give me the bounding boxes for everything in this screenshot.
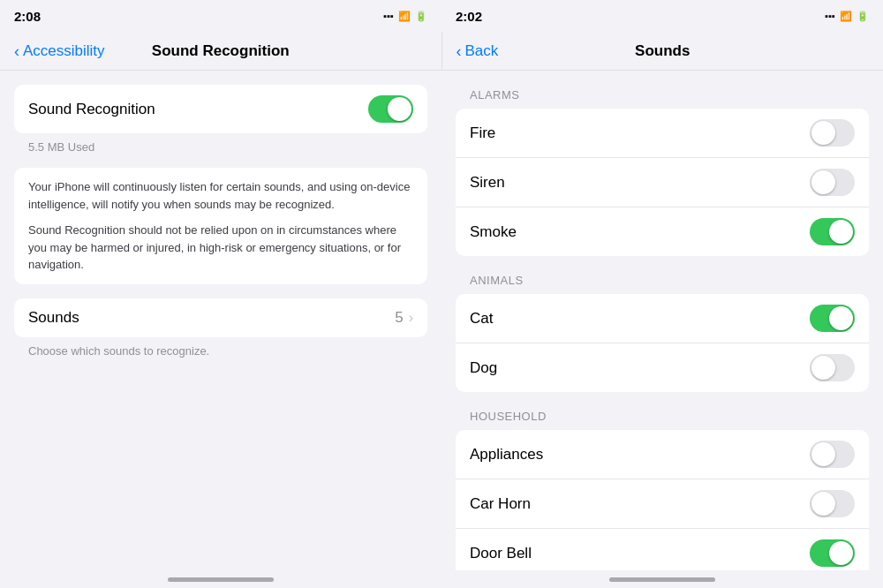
right-battery-icon: 🔋 [857, 11, 869, 22]
alarms-section-header: ALARMS [442, 71, 883, 109]
status-bars: 2:08 ▪▪▪ 📶 🔋 2:02 ▪▪▪ 📶 🔋 [0, 0, 883, 32]
main-content: Sound Recognition 5.5 MB Used Your iPhon… [0, 71, 883, 570]
fire-row: Fire [456, 109, 869, 158]
dog-row: Dog [456, 343, 869, 392]
toggle-slider-on [368, 95, 413, 123]
right-nav-bar: ‹ Back Sounds [442, 32, 884, 71]
sounds-label: Sounds [28, 309, 79, 327]
storage-info: 5.5 MB Used [0, 133, 442, 161]
back-label-right: Back [465, 42, 499, 60]
car-horn-label: Car Horn [470, 495, 531, 513]
right-nav-title: Sounds [635, 42, 690, 60]
household-section-header: HOUSEHOLD [442, 392, 883, 430]
chevron-left-icon: ‹ [14, 42, 19, 61]
right-wifi-icon: 📶 [840, 11, 852, 22]
right-status-icons: ▪▪▪ 📶 🔋 [825, 11, 869, 22]
car-horn-toggle[interactable] [810, 490, 855, 517]
siren-label: Siren [470, 174, 505, 192]
signal-icon: ▪▪▪ [383, 11, 394, 21]
battery-icon: 🔋 [415, 11, 427, 22]
door-bell-label: Door Bell [470, 545, 532, 562]
right-status-bar: 2:02 ▪▪▪ 📶 🔋 [442, 0, 883, 32]
back-button-left[interactable]: ‹ Accessibility [14, 42, 105, 61]
right-signal-icon: ▪▪▪ [825, 11, 835, 21]
appliances-toggle[interactable] [810, 441, 855, 468]
wifi-icon: 📶 [398, 11, 411, 22]
right-home-indicator [442, 570, 883, 588]
cat-label: Cat [470, 310, 493, 328]
dog-toggle[interactable] [810, 354, 855, 381]
description-block: Your iPhone will continuously listen for… [14, 168, 427, 284]
sounds-count: 5 [395, 309, 403, 327]
description-first: Your iPhone will continuously listen for… [28, 178, 413, 213]
smoke-row: Smoke [456, 207, 869, 256]
sound-recognition-toggle[interactable] [368, 95, 413, 123]
door-bell-row: Door Bell [456, 529, 869, 570]
storage-text: 5.5 MB Used [28, 140, 94, 154]
description-second: Sound Recognition should not be relied u… [28, 222, 413, 274]
sounds-row[interactable]: Sounds 5 › [14, 298, 427, 337]
siren-row: Siren [456, 158, 869, 207]
sounds-row-right: 5 › [395, 309, 413, 327]
back-button-right[interactable]: ‹ Back [457, 42, 499, 61]
animals-group: Cat Dog [456, 294, 869, 392]
smoke-toggle[interactable] [810, 218, 855, 245]
sounds-section: Sounds 5 › [14, 298, 427, 337]
chevron-right-icon: ‹ [457, 42, 462, 61]
right-time: 2:02 [456, 9, 482, 24]
car-horn-row: Car Horn [456, 479, 869, 529]
fire-toggle-slider [810, 119, 855, 147]
bottom-indicators [0, 570, 883, 588]
smoke-toggle-slider [810, 218, 855, 245]
left-status-bar: 2:08 ▪▪▪ 📶 🔋 [0, 0, 442, 32]
alarms-group: Fire Siren Smoke [456, 109, 869, 256]
dog-label: Dog [470, 359, 497, 377]
car-horn-toggle-slider [810, 490, 855, 517]
appliances-toggle-slider [810, 441, 855, 468]
fire-label: Fire [470, 124, 495, 142]
siren-toggle-slider [810, 169, 855, 196]
left-status-icons: ▪▪▪ 📶 🔋 [383, 11, 427, 22]
left-panel: Sound Recognition 5.5 MB Used Your iPhon… [0, 71, 442, 570]
sound-recognition-label: Sound Recognition [28, 101, 155, 118]
left-nav-title: Sound Recognition [152, 42, 290, 60]
animals-section-header: ANIMALS [442, 256, 883, 294]
sounds-description: Choose which sounds to recognize. [0, 337, 442, 358]
fire-toggle[interactable] [810, 119, 855, 147]
siren-toggle[interactable] [810, 169, 855, 196]
smoke-label: Smoke [470, 223, 517, 241]
appliances-label: Appliances [470, 446, 543, 464]
sounds-row-left: Sounds [28, 309, 79, 327]
left-home-indicator [0, 570, 442, 588]
sounds-chevron-icon: › [409, 310, 413, 326]
household-group: Appliances Car Horn Door Bell Door Knock [456, 430, 869, 570]
back-label-left: Accessibility [23, 42, 105, 60]
nav-bars: ‹ Accessibility Sound Recognition ‹ Back… [0, 32, 883, 71]
sound-recognition-row: Sound Recognition [14, 85, 427, 133]
left-time: 2:08 [14, 9, 41, 24]
left-home-bar [168, 577, 274, 582]
sounds-desc-text: Choose which sounds to recognize. [28, 344, 209, 358]
cat-toggle[interactable] [810, 305, 855, 332]
appliances-row: Appliances [456, 430, 869, 479]
dog-toggle-slider [810, 354, 855, 381]
right-panel: ALARMS Fire Siren Smoke ANI [442, 71, 883, 570]
cat-row: Cat [456, 294, 869, 343]
cat-toggle-slider [810, 305, 855, 332]
door-bell-toggle[interactable] [810, 539, 855, 567]
left-nav-bar: ‹ Accessibility Sound Recognition [0, 32, 442, 71]
right-home-bar [609, 577, 715, 582]
door-bell-toggle-slider [810, 539, 855, 567]
